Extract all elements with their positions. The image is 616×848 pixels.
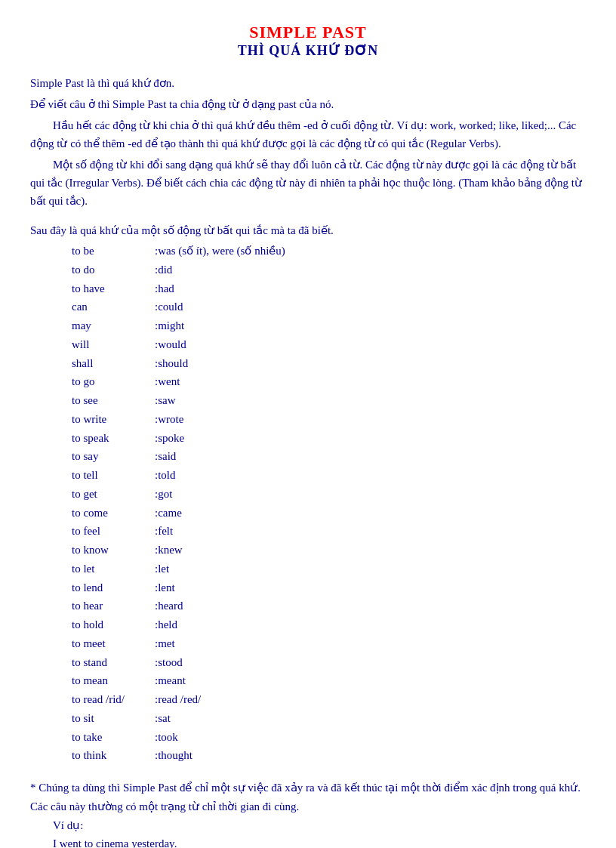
verb-past: :should xyxy=(155,354,188,373)
verb-base: shall xyxy=(72,354,155,373)
verb-base: to know xyxy=(72,541,155,560)
verb-row: to get:got xyxy=(72,485,586,504)
verb-row: to do:did xyxy=(72,261,586,279)
title-main: SIMPLE PAST xyxy=(30,23,586,42)
verb-row: to read /rid/:read /red/ xyxy=(72,690,586,709)
verb-base: to say xyxy=(72,447,155,466)
verb-row: will:would xyxy=(72,335,586,354)
verb-past: :held xyxy=(155,615,177,634)
verb-base: to sit xyxy=(72,709,155,728)
verb-base: to be xyxy=(72,242,155,261)
verb-row: to say:said xyxy=(72,447,586,466)
note-section: * Chúng ta dùng thì Simple Past để chỉ m… xyxy=(30,779,586,848)
verb-row: to come:came xyxy=(72,504,586,523)
verb-base: to mean xyxy=(72,671,155,690)
verb-past: :was (số ít), were (số nhiều) xyxy=(155,242,285,261)
verb-row: to see:saw xyxy=(72,391,586,410)
verb-base: to hear xyxy=(72,597,155,615)
verb-row: to stand:stood xyxy=(72,653,586,672)
verb-past: :might xyxy=(155,316,184,335)
verb-row: to know:knew xyxy=(72,541,586,560)
verb-table: to be:was (số ít), were (số nhiều)to do:… xyxy=(72,242,586,765)
verb-past: :knew xyxy=(155,541,183,560)
verb-base: to write xyxy=(72,410,155,429)
verb-past: :took xyxy=(155,728,178,747)
verb-past: :stood xyxy=(155,653,183,672)
verb-base: to do xyxy=(72,261,155,279)
verb-row: to feel:felt xyxy=(72,522,586,541)
verb-past: :came xyxy=(155,504,182,523)
verb-row: to lend:lent xyxy=(72,578,586,597)
verb-base: will xyxy=(72,335,155,354)
verb-base: can xyxy=(72,298,155,316)
verb-base: to meet xyxy=(72,634,155,653)
verb-past: :lent xyxy=(155,578,175,597)
verb-past: :said xyxy=(155,447,176,466)
verb-past: :meant xyxy=(155,671,186,690)
note-line1: * Chúng ta dùng thì Simple Past để chỉ m… xyxy=(30,779,586,816)
verb-base: may xyxy=(72,316,155,335)
verb-intro-text: Sau đây là quá khứ của một số động từ bấ… xyxy=(30,224,334,236)
verb-row: to let:let xyxy=(72,560,586,578)
example-label: Ví dụ: xyxy=(53,816,586,835)
verb-past: :told xyxy=(155,466,176,485)
verb-past: :had xyxy=(155,279,174,298)
verb-row: to speak:spoke xyxy=(72,429,586,448)
intro-para2: Một số động từ khi đổi sang dạng quá khứ… xyxy=(30,156,586,210)
intro-section: Simple Past là thì quá khứ đơn. Để viết … xyxy=(30,74,586,210)
verb-row: to hear:heard xyxy=(72,597,586,615)
verb-row: to have:had xyxy=(72,279,586,298)
verb-row: can:could xyxy=(72,298,586,316)
verb-row: to meet:met xyxy=(72,634,586,653)
verb-past: :got xyxy=(155,485,172,504)
verb-base: to think xyxy=(72,746,155,765)
verb-past: :sat xyxy=(155,709,171,728)
verb-base: to tell xyxy=(72,466,155,485)
verb-base: to come xyxy=(72,504,155,523)
verb-base: to have xyxy=(72,279,155,298)
verb-row: to be:was (số ít), were (số nhiều) xyxy=(72,242,586,261)
verb-past: :wrote xyxy=(155,410,183,429)
example1: I went to cinema yesterday. xyxy=(53,834,586,848)
verb-past: :heard xyxy=(155,597,183,615)
verb-base: to get xyxy=(72,485,155,504)
verb-row: shall:should xyxy=(72,354,586,373)
verb-past: :thought xyxy=(155,746,192,765)
verb-row: to take:took xyxy=(72,728,586,747)
verb-past: :saw xyxy=(155,391,176,410)
verb-base: to stand xyxy=(72,653,155,672)
verb-past: :let xyxy=(155,560,169,578)
verb-past: :spoke xyxy=(155,429,184,448)
verb-row: to write:wrote xyxy=(72,410,586,429)
verb-past: :read /red/ xyxy=(155,690,201,709)
title-sub: THÌ QUÁ KHỨ ĐƠN xyxy=(30,42,586,59)
verb-base: to feel xyxy=(72,522,155,541)
verb-base: to go xyxy=(72,372,155,391)
verb-row: to tell:told xyxy=(72,466,586,485)
verb-past: :would xyxy=(155,335,186,354)
verb-row: to think:thought xyxy=(72,746,586,765)
verb-row: to sit:sat xyxy=(72,709,586,728)
verb-base: to take xyxy=(72,728,155,747)
verb-row: to hold:held xyxy=(72,615,586,634)
verb-base: to speak xyxy=(72,429,155,448)
verb-base: to read /rid/ xyxy=(72,690,155,709)
verb-base: to lend xyxy=(72,578,155,597)
verb-past: :felt xyxy=(155,522,173,541)
verb-base: to hold xyxy=(72,615,155,634)
verb-past: :met xyxy=(155,634,175,653)
verb-row: to go:went xyxy=(72,372,586,391)
verb-past: :went xyxy=(155,372,180,391)
verb-list-intro: Sau đây là quá khứ của một số động từ bấ… xyxy=(30,224,586,237)
title-section: SIMPLE PAST THÌ QUÁ KHỨ ĐƠN xyxy=(30,23,586,59)
intro-para1: Hầu hết các động từ khi chia ở thì quá k… xyxy=(30,116,586,153)
verb-past: :did xyxy=(155,261,172,279)
verb-row: to mean:meant xyxy=(72,671,586,690)
verb-row: may:might xyxy=(72,316,586,335)
verb-base: to see xyxy=(72,391,155,410)
verb-past: :could xyxy=(155,298,183,316)
intro-line1: Simple Past là thì quá khứ đơn. xyxy=(30,74,586,92)
intro-line2: Để viết câu ở thì Simple Past ta chia độ… xyxy=(30,95,586,113)
verb-base: to let xyxy=(72,560,155,578)
